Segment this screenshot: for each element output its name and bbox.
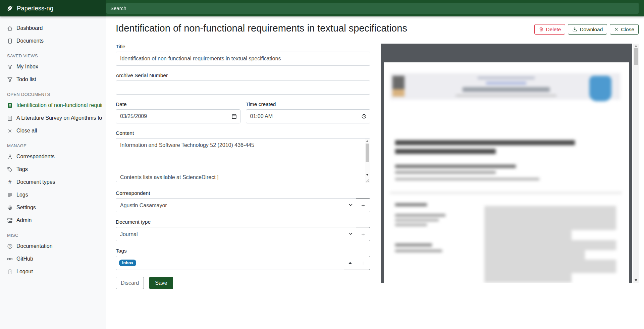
sidebar-open-document-1[interactable]: Identification of non-functional require…: [0, 99, 106, 112]
sidebar-item-logout[interactable]: Logout: [0, 265, 106, 278]
trash-icon: [539, 27, 544, 32]
correspondent-label: Correspondent: [116, 190, 370, 196]
tag-icon: [7, 167, 13, 172]
blur-block: [484, 206, 616, 283]
document-type-select[interactable]: Journal: [116, 227, 356, 241]
search-input[interactable]: [106, 3, 639, 14]
sidebar-heading-saved-views: SAVED VIEWS: [0, 53, 106, 58]
tags-dropdown-toggle[interactable]: [344, 256, 356, 270]
document-preview: [381, 44, 639, 283]
asn-input[interactable]: [116, 80, 370, 95]
sidebar-item-dashboard[interactable]: Dashboard: [0, 22, 106, 35]
sidebar-item-tags[interactable]: Tags: [0, 163, 106, 176]
toggles-icon: [7, 218, 13, 223]
sidebar-item-settings[interactable]: Settings: [0, 201, 106, 214]
add-tag-button[interactable]: [356, 256, 370, 270]
sidebar-item-documents[interactable]: Documents: [0, 35, 106, 47]
add-correspondent-button[interactable]: [356, 198, 370, 212]
app-brand-label: Paperless-ng: [17, 5, 53, 12]
file-text-icon: [7, 115, 13, 121]
download-icon: [572, 27, 577, 32]
svg-text:?: ?: [9, 244, 11, 248]
save-button[interactable]: Save: [149, 277, 173, 289]
sidebar-item-admin[interactable]: Admin: [0, 214, 106, 227]
sidebar-nav: Dashboard Documents SAVED VIEWS My Inbox: [0, 22, 106, 278]
title-label: Title: [116, 44, 370, 50]
resize-handle[interactable]: [366, 179, 369, 182]
close-icon: [7, 128, 13, 134]
funnel-icon: [7, 77, 13, 83]
tags-input[interactable]: Inbox: [116, 256, 344, 270]
sidebar-heading-misc: MISC: [0, 233, 106, 238]
file-text-icon: [7, 103, 13, 108]
sidebar-item-label: GitHub: [16, 256, 33, 262]
scroll-up-arrow[interactable]: [635, 45, 637, 47]
sidebar-item-label: Tags: [16, 166, 28, 172]
time-input[interactable]: [246, 109, 371, 123]
blur-block: [395, 165, 516, 168]
question-circle-icon: ?: [7, 243, 13, 249]
sidebar-item-todo-list[interactable]: Todo list: [0, 73, 106, 86]
blur-block: [456, 95, 556, 97]
sidebar-item-label: My Inbox: [16, 64, 38, 70]
time-label: Time created: [246, 101, 371, 107]
scroll-down-arrow[interactable]: [635, 279, 637, 281]
sidebar-heading-open-documents: OPEN DOCUMENTS: [0, 92, 106, 97]
blur-block: [395, 224, 427, 226]
sidebar-open-document-2[interactable]: A Literature Survey on Algorithms for Mu…: [0, 112, 106, 124]
correspondent-select[interactable]: Agustin Casamayor: [116, 198, 356, 212]
date-input[interactable]: [116, 109, 240, 123]
blur-block: [486, 82, 526, 85]
pdf-toolbar[interactable]: [381, 44, 632, 62]
link-icon: [7, 256, 13, 262]
content-scrollbar-thumb[interactable]: [366, 144, 369, 162]
blur-block: [392, 89, 405, 97]
time-field-group: Time created: [246, 101, 371, 123]
sidebar-item-label: Identification of non-functional require…: [16, 102, 102, 108]
preview-scrollbar-thumb[interactable]: [634, 48, 638, 65]
app-brand[interactable]: Paperless-ng: [0, 0, 106, 16]
sidebar-item-close-all[interactable]: Close all: [0, 124, 106, 137]
blur-block: [395, 171, 496, 174]
sidebar-item-logs[interactable]: Logs: [0, 188, 106, 201]
file-icon: [7, 38, 13, 44]
blur-block: [392, 76, 405, 89]
sidebar-item-label: Documentation: [16, 243, 53, 249]
content-textarea[interactable]: Information and Software Technology 52 (…: [116, 138, 370, 182]
hash-icon: #: [7, 179, 13, 185]
top-navbar: Paperless-ng: [0, 0, 644, 16]
pdf-page: [384, 62, 629, 283]
add-document-type-button[interactable]: [356, 227, 370, 241]
date-label: Date: [116, 101, 240, 107]
document-edit-form: Title Archive Serial Number Date: [116, 44, 370, 289]
close-button[interactable]: Close: [610, 24, 639, 35]
content-scrollbar[interactable]: [365, 139, 370, 183]
blur-block: [478, 76, 535, 79]
sidebar-item-document-types[interactable]: # Document types: [0, 176, 106, 188]
tags-label: Tags: [116, 248, 370, 254]
download-button[interactable]: Download: [568, 24, 607, 35]
delete-button[interactable]: Delete: [534, 24, 566, 35]
close-button-label: Close: [621, 26, 634, 33]
title-input[interactable]: [116, 52, 370, 66]
sidebar-item-my-inbox[interactable]: My Inbox: [0, 60, 106, 73]
sidebar-heading-manage: MANAGE: [0, 143, 106, 148]
list-icon: [7, 192, 13, 198]
door-icon: [7, 269, 13, 275]
sidebar-item-correspondents[interactable]: Correspondents: [0, 150, 106, 163]
sidebar-item-label: Admin: [16, 217, 32, 223]
document-header: Identification of non-functional require…: [116, 22, 639, 35]
discard-button[interactable]: Discard: [116, 277, 144, 289]
content-label: Content: [116, 130, 370, 136]
sidebar-item-label: Correspondents: [16, 154, 55, 160]
blur-block: [585, 250, 616, 260]
scroll-down-arrow[interactable]: [366, 174, 369, 176]
scroll-up-arrow[interactable]: [366, 140, 369, 142]
sidebar-item-github[interactable]: GitHub: [0, 253, 106, 265]
sidebar-item-label: Settings: [16, 205, 36, 211]
sidebar-item-label: Dashboard: [16, 25, 43, 31]
asn-field-group: Archive Serial Number: [116, 72, 370, 95]
sidebar-item-documentation[interactable]: ? Documentation: [0, 240, 106, 253]
preview-scrollbar[interactable]: [633, 44, 639, 283]
tag-badge-inbox[interactable]: Inbox: [119, 260, 136, 267]
